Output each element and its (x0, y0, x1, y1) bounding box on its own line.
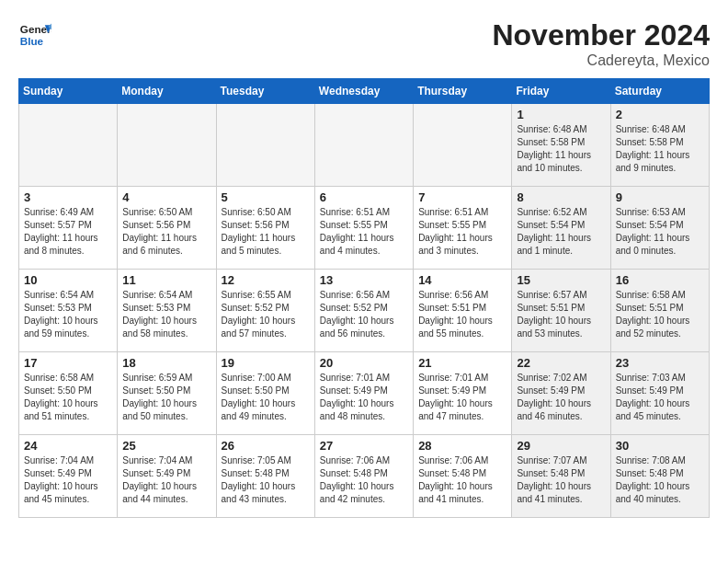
day-number: 13 (320, 273, 408, 287)
calendar-cell: 25Sunrise: 7:04 AM Sunset: 5:49 PM Dayli… (118, 435, 216, 518)
day-number: 28 (418, 439, 506, 453)
calendar-cell: 12Sunrise: 6:55 AM Sunset: 5:52 PM Dayli… (216, 270, 314, 352)
location: Cadereyta, Mexico (492, 52, 710, 69)
calendar-cell: 19Sunrise: 7:00 AM Sunset: 5:50 PM Dayli… (216, 352, 314, 435)
day-info: Sunrise: 6:56 AM Sunset: 5:51 PM Dayligh… (418, 289, 506, 340)
day-info: Sunrise: 6:48 AM Sunset: 5:58 PM Dayligh… (517, 123, 605, 175)
calendar-cell: 30Sunrise: 7:08 AM Sunset: 5:48 PM Dayli… (610, 435, 709, 518)
calendar-cell: 10Sunrise: 6:54 AM Sunset: 5:53 PM Dayli… (19, 270, 118, 352)
weekday-header: Thursday (414, 79, 512, 104)
weekday-header: Saturday (610, 79, 709, 104)
calendar-week-row: 10Sunrise: 6:54 AM Sunset: 5:53 PM Dayli… (19, 270, 710, 352)
calendar-cell: 16Sunrise: 6:58 AM Sunset: 5:51 PM Dayli… (610, 270, 709, 352)
day-info: Sunrise: 7:06 AM Sunset: 5:48 PM Dayligh… (320, 454, 408, 506)
calendar-cell: 28Sunrise: 7:06 AM Sunset: 5:48 PM Dayli… (414, 435, 512, 518)
calendar-cell: 21Sunrise: 7:01 AM Sunset: 5:49 PM Dayli… (414, 352, 512, 435)
day-number: 25 (122, 439, 210, 453)
calendar-cell: 26Sunrise: 7:05 AM Sunset: 5:48 PM Dayli… (216, 435, 314, 518)
day-number: 24 (24, 439, 112, 453)
day-info: Sunrise: 7:00 AM Sunset: 5:50 PM Dayligh… (222, 372, 310, 423)
day-number: 18 (122, 356, 210, 370)
calendar-cell: 6Sunrise: 6:51 AM Sunset: 5:55 PM Daylig… (314, 187, 413, 270)
weekday-header: Tuesday (216, 79, 314, 104)
day-info: Sunrise: 6:54 AM Sunset: 5:53 PM Dayligh… (24, 289, 112, 340)
day-info: Sunrise: 6:59 AM Sunset: 5:50 PM Dayligh… (122, 372, 210, 423)
calendar-cell: 20Sunrise: 7:01 AM Sunset: 5:49 PM Dayli… (314, 352, 413, 435)
day-number: 12 (222, 273, 310, 287)
day-info: Sunrise: 7:08 AM Sunset: 5:48 PM Dayligh… (616, 454, 704, 506)
calendar-cell: 23Sunrise: 7:03 AM Sunset: 5:49 PM Dayli… (610, 352, 709, 435)
day-info: Sunrise: 6:52 AM Sunset: 5:54 PM Dayligh… (517, 206, 605, 258)
day-info: Sunrise: 7:02 AM Sunset: 5:49 PM Dayligh… (517, 372, 605, 423)
day-number: 15 (517, 273, 605, 287)
calendar-cell: 5Sunrise: 6:50 AM Sunset: 5:56 PM Daylig… (216, 187, 314, 270)
day-info: Sunrise: 6:58 AM Sunset: 5:50 PM Dayligh… (24, 372, 112, 423)
calendar-cell: 15Sunrise: 6:57 AM Sunset: 5:51 PM Dayli… (512, 270, 610, 352)
day-number: 8 (517, 190, 605, 204)
day-info: Sunrise: 7:04 AM Sunset: 5:49 PM Dayligh… (122, 454, 210, 506)
day-info: Sunrise: 6:56 AM Sunset: 5:52 PM Dayligh… (320, 289, 408, 340)
day-number: 11 (122, 273, 210, 287)
day-number: 14 (418, 273, 506, 287)
logo: General Blue (18, 18, 51, 52)
day-number: 26 (222, 439, 310, 453)
day-number: 5 (222, 190, 310, 204)
logo-icon: General Blue (18, 18, 51, 52)
day-number: 29 (517, 439, 605, 453)
day-number: 4 (122, 190, 210, 204)
day-info: Sunrise: 7:05 AM Sunset: 5:48 PM Dayligh… (222, 454, 310, 506)
day-info: Sunrise: 6:53 AM Sunset: 5:54 PM Dayligh… (616, 206, 704, 258)
day-number: 22 (517, 356, 605, 370)
day-info: Sunrise: 6:57 AM Sunset: 5:51 PM Dayligh… (517, 289, 605, 340)
svg-text:Blue: Blue (20, 35, 44, 47)
calendar-table: SundayMondayTuesdayWednesdayThursdayFrid… (18, 78, 710, 518)
day-number: 7 (418, 190, 506, 204)
calendar-cell: 9Sunrise: 6:53 AM Sunset: 5:54 PM Daylig… (610, 187, 709, 270)
calendar-cell (216, 104, 314, 187)
day-number: 20 (320, 356, 408, 370)
day-info: Sunrise: 6:55 AM Sunset: 5:52 PM Dayligh… (222, 289, 310, 340)
day-number: 16 (616, 273, 704, 287)
weekday-header: Monday (118, 79, 216, 104)
calendar-cell: 17Sunrise: 6:58 AM Sunset: 5:50 PM Dayli… (19, 352, 118, 435)
day-number: 1 (517, 108, 605, 121)
day-info: Sunrise: 6:54 AM Sunset: 5:53 PM Dayligh… (122, 289, 210, 340)
calendar-cell: 24Sunrise: 7:04 AM Sunset: 5:49 PM Dayli… (19, 435, 118, 518)
day-number: 19 (222, 356, 310, 370)
month-title: November 2024 (492, 18, 710, 52)
weekday-header: Wednesday (314, 79, 413, 104)
weekday-header-row: SundayMondayTuesdayWednesdayThursdayFrid… (19, 79, 710, 104)
title-block: November 2024 Cadereyta, Mexico (492, 18, 710, 69)
calendar-cell: 11Sunrise: 6:54 AM Sunset: 5:53 PM Dayli… (118, 270, 216, 352)
day-number: 17 (24, 356, 112, 370)
calendar-cell: 27Sunrise: 7:06 AM Sunset: 5:48 PM Dayli… (314, 435, 413, 518)
day-number: 6 (320, 190, 408, 204)
calendar-cell: 4Sunrise: 6:50 AM Sunset: 5:56 PM Daylig… (118, 187, 216, 270)
day-info: Sunrise: 6:58 AM Sunset: 5:51 PM Dayligh… (616, 289, 704, 340)
day-number: 21 (418, 356, 506, 370)
calendar-cell: 7Sunrise: 6:51 AM Sunset: 5:55 PM Daylig… (414, 187, 512, 270)
weekday-header: Friday (512, 79, 610, 104)
day-number: 30 (616, 439, 704, 453)
calendar-cell: 3Sunrise: 6:49 AM Sunset: 5:57 PM Daylig… (19, 187, 118, 270)
calendar-cell: 22Sunrise: 7:02 AM Sunset: 5:49 PM Dayli… (512, 352, 610, 435)
day-info: Sunrise: 7:06 AM Sunset: 5:48 PM Dayligh… (418, 454, 506, 506)
day-number: 27 (320, 439, 408, 453)
calendar-cell: 8Sunrise: 6:52 AM Sunset: 5:54 PM Daylig… (512, 187, 610, 270)
day-number: 9 (616, 190, 704, 204)
calendar-cell: 29Sunrise: 7:07 AM Sunset: 5:48 PM Dayli… (512, 435, 610, 518)
day-number: 23 (616, 356, 704, 370)
calendar-cell: 18Sunrise: 6:59 AM Sunset: 5:50 PM Dayli… (118, 352, 216, 435)
calendar-cell: 1Sunrise: 6:48 AM Sunset: 5:58 PM Daylig… (512, 104, 610, 187)
day-info: Sunrise: 6:50 AM Sunset: 5:56 PM Dayligh… (122, 206, 210, 258)
weekday-header: Sunday (19, 79, 118, 104)
day-info: Sunrise: 7:01 AM Sunset: 5:49 PM Dayligh… (320, 372, 408, 423)
page-header: General Blue November 2024 Cadereyta, Me… (18, 18, 710, 69)
calendar-week-row: 3Sunrise: 6:49 AM Sunset: 5:57 PM Daylig… (19, 187, 710, 270)
day-number: 2 (616, 108, 704, 121)
calendar-cell: 2Sunrise: 6:48 AM Sunset: 5:58 PM Daylig… (610, 104, 709, 187)
day-info: Sunrise: 7:04 AM Sunset: 5:49 PM Dayligh… (24, 454, 112, 506)
calendar-cell (314, 104, 413, 187)
day-info: Sunrise: 7:03 AM Sunset: 5:49 PM Dayligh… (616, 372, 704, 423)
day-info: Sunrise: 6:51 AM Sunset: 5:55 PM Dayligh… (418, 206, 506, 258)
